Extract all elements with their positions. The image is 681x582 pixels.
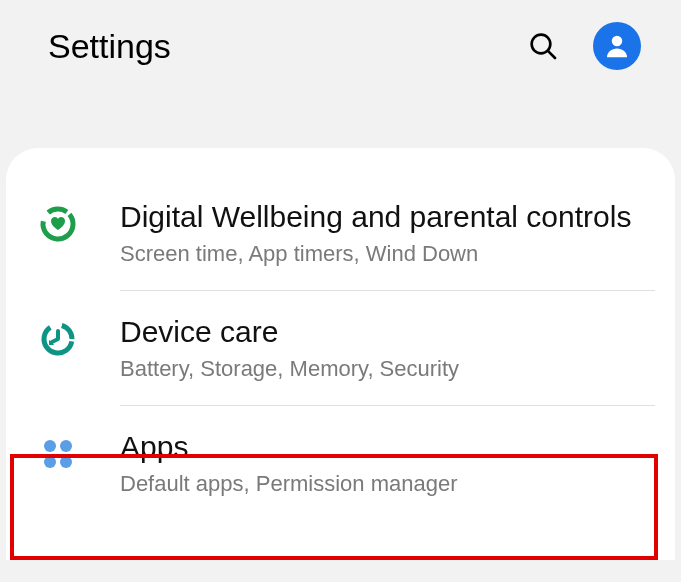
apps-icon [36, 432, 80, 476]
settings-item-title: Apps [120, 428, 645, 466]
svg-point-7 [44, 456, 56, 468]
person-icon [602, 31, 632, 61]
settings-item-device-care[interactable]: Device care Battery, Storage, Memory, Se… [6, 291, 675, 405]
svg-line-1 [548, 51, 555, 58]
svg-point-6 [60, 440, 72, 452]
account-avatar[interactable] [593, 22, 641, 70]
settings-item-text: Device care Battery, Storage, Memory, Se… [120, 313, 645, 383]
settings-item-subtitle: Battery, Storage, Memory, Security [120, 355, 645, 384]
settings-item-subtitle: Default apps, Permission manager [120, 470, 645, 499]
svg-point-5 [44, 440, 56, 452]
settings-panel: Digital Wellbeing and parental controls … [6, 148, 675, 560]
settings-item-digital-wellbeing[interactable]: Digital Wellbeing and parental controls … [6, 176, 675, 290]
settings-item-apps[interactable]: Apps Default apps, Permission manager [6, 406, 675, 520]
wellbeing-icon [36, 202, 80, 246]
page-title: Settings [48, 27, 511, 66]
settings-item-title: Device care [120, 313, 645, 351]
svg-point-8 [60, 456, 72, 468]
settings-item-text: Apps Default apps, Permission manager [120, 428, 645, 498]
settings-item-subtitle: Screen time, App timers, Wind Down [120, 240, 645, 269]
settings-item-text: Digital Wellbeing and parental controls … [120, 198, 645, 268]
svg-point-2 [612, 36, 623, 47]
header: Settings [0, 0, 681, 80]
search-icon [527, 30, 559, 62]
search-button[interactable] [523, 26, 563, 66]
device-care-icon [36, 317, 80, 361]
settings-item-title: Digital Wellbeing and parental controls [120, 198, 645, 236]
